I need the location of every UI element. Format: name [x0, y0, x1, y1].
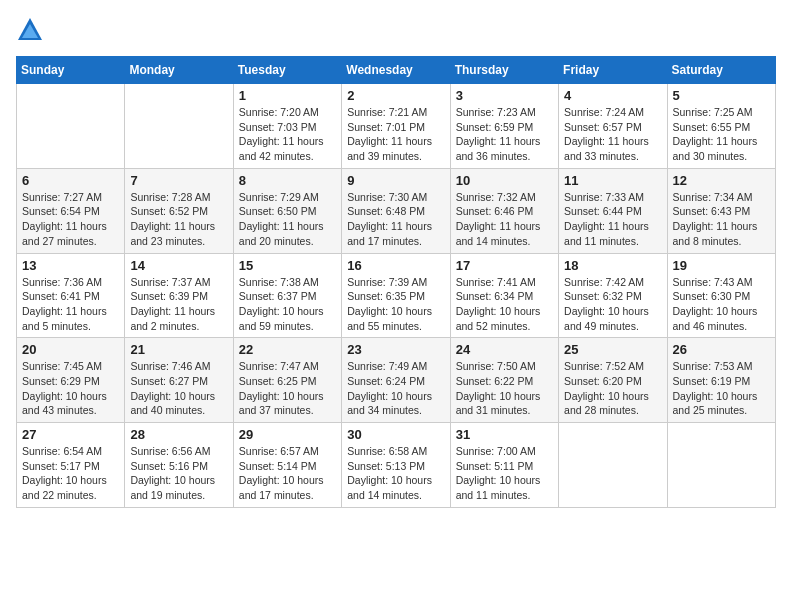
day-info: Sunrise: 6:56 AMSunset: 5:16 PMDaylight:… [130, 444, 227, 503]
day-info: Sunrise: 7:37 AMSunset: 6:39 PMDaylight:… [130, 275, 227, 334]
logo [16, 16, 48, 44]
day-number: 30 [347, 427, 444, 442]
day-number: 10 [456, 173, 553, 188]
day-number: 12 [673, 173, 770, 188]
day-cell: 10Sunrise: 7:32 AMSunset: 6:46 PMDayligh… [450, 168, 558, 253]
day-number: 21 [130, 342, 227, 357]
weekday-header-tuesday: Tuesday [233, 57, 341, 84]
day-number: 4 [564, 88, 661, 103]
day-number: 26 [673, 342, 770, 357]
day-number: 8 [239, 173, 336, 188]
day-number: 19 [673, 258, 770, 273]
day-info: Sunrise: 7:41 AMSunset: 6:34 PMDaylight:… [456, 275, 553, 334]
day-number: 23 [347, 342, 444, 357]
day-cell: 22Sunrise: 7:47 AMSunset: 6:25 PMDayligh… [233, 338, 341, 423]
day-info: Sunrise: 7:42 AMSunset: 6:32 PMDaylight:… [564, 275, 661, 334]
day-cell: 24Sunrise: 7:50 AMSunset: 6:22 PMDayligh… [450, 338, 558, 423]
day-info: Sunrise: 7:24 AMSunset: 6:57 PMDaylight:… [564, 105, 661, 164]
day-cell: 23Sunrise: 7:49 AMSunset: 6:24 PMDayligh… [342, 338, 450, 423]
day-cell: 12Sunrise: 7:34 AMSunset: 6:43 PMDayligh… [667, 168, 775, 253]
day-cell: 14Sunrise: 7:37 AMSunset: 6:39 PMDayligh… [125, 253, 233, 338]
week-row-3: 13Sunrise: 7:36 AMSunset: 6:41 PMDayligh… [17, 253, 776, 338]
day-cell: 21Sunrise: 7:46 AMSunset: 6:27 PMDayligh… [125, 338, 233, 423]
week-row-5: 27Sunrise: 6:54 AMSunset: 5:17 PMDayligh… [17, 423, 776, 508]
day-cell: 25Sunrise: 7:52 AMSunset: 6:20 PMDayligh… [559, 338, 667, 423]
day-number: 25 [564, 342, 661, 357]
day-info: Sunrise: 6:58 AMSunset: 5:13 PMDaylight:… [347, 444, 444, 503]
day-cell: 4Sunrise: 7:24 AMSunset: 6:57 PMDaylight… [559, 84, 667, 169]
day-info: Sunrise: 7:39 AMSunset: 6:35 PMDaylight:… [347, 275, 444, 334]
day-cell: 7Sunrise: 7:28 AMSunset: 6:52 PMDaylight… [125, 168, 233, 253]
day-number: 17 [456, 258, 553, 273]
day-cell: 26Sunrise: 7:53 AMSunset: 6:19 PMDayligh… [667, 338, 775, 423]
day-info: Sunrise: 7:30 AMSunset: 6:48 PMDaylight:… [347, 190, 444, 249]
day-cell: 28Sunrise: 6:56 AMSunset: 5:16 PMDayligh… [125, 423, 233, 508]
calendar-table: SundayMondayTuesdayWednesdayThursdayFrid… [16, 56, 776, 508]
day-cell: 9Sunrise: 7:30 AMSunset: 6:48 PMDaylight… [342, 168, 450, 253]
day-number: 27 [22, 427, 119, 442]
day-cell: 13Sunrise: 7:36 AMSunset: 6:41 PMDayligh… [17, 253, 125, 338]
day-info: Sunrise: 7:53 AMSunset: 6:19 PMDaylight:… [673, 359, 770, 418]
day-cell: 8Sunrise: 7:29 AMSunset: 6:50 PMDaylight… [233, 168, 341, 253]
day-number: 3 [456, 88, 553, 103]
day-info: Sunrise: 7:00 AMSunset: 5:11 PMDaylight:… [456, 444, 553, 503]
week-row-2: 6Sunrise: 7:27 AMSunset: 6:54 PMDaylight… [17, 168, 776, 253]
day-info: Sunrise: 7:29 AMSunset: 6:50 PMDaylight:… [239, 190, 336, 249]
weekday-header-friday: Friday [559, 57, 667, 84]
day-cell: 30Sunrise: 6:58 AMSunset: 5:13 PMDayligh… [342, 423, 450, 508]
day-info: Sunrise: 7:21 AMSunset: 7:01 PMDaylight:… [347, 105, 444, 164]
day-number: 1 [239, 88, 336, 103]
day-info: Sunrise: 7:25 AMSunset: 6:55 PMDaylight:… [673, 105, 770, 164]
day-cell: 3Sunrise: 7:23 AMSunset: 6:59 PMDaylight… [450, 84, 558, 169]
day-info: Sunrise: 7:43 AMSunset: 6:30 PMDaylight:… [673, 275, 770, 334]
day-cell: 6Sunrise: 7:27 AMSunset: 6:54 PMDaylight… [17, 168, 125, 253]
day-cell: 5Sunrise: 7:25 AMSunset: 6:55 PMDaylight… [667, 84, 775, 169]
day-number: 24 [456, 342, 553, 357]
day-cell: 19Sunrise: 7:43 AMSunset: 6:30 PMDayligh… [667, 253, 775, 338]
day-info: Sunrise: 7:52 AMSunset: 6:20 PMDaylight:… [564, 359, 661, 418]
week-row-1: 1Sunrise: 7:20 AMSunset: 7:03 PMDaylight… [17, 84, 776, 169]
day-cell: 31Sunrise: 7:00 AMSunset: 5:11 PMDayligh… [450, 423, 558, 508]
day-number: 20 [22, 342, 119, 357]
day-info: Sunrise: 7:27 AMSunset: 6:54 PMDaylight:… [22, 190, 119, 249]
day-number: 5 [673, 88, 770, 103]
day-cell: 16Sunrise: 7:39 AMSunset: 6:35 PMDayligh… [342, 253, 450, 338]
day-cell: 20Sunrise: 7:45 AMSunset: 6:29 PMDayligh… [17, 338, 125, 423]
weekday-header-wednesday: Wednesday [342, 57, 450, 84]
day-number: 9 [347, 173, 444, 188]
day-number: 29 [239, 427, 336, 442]
weekday-header-saturday: Saturday [667, 57, 775, 84]
day-info: Sunrise: 6:54 AMSunset: 5:17 PMDaylight:… [22, 444, 119, 503]
day-cell [17, 84, 125, 169]
day-number: 11 [564, 173, 661, 188]
day-cell: 29Sunrise: 6:57 AMSunset: 5:14 PMDayligh… [233, 423, 341, 508]
day-cell: 17Sunrise: 7:41 AMSunset: 6:34 PMDayligh… [450, 253, 558, 338]
day-number: 7 [130, 173, 227, 188]
day-cell [559, 423, 667, 508]
day-info: Sunrise: 7:28 AMSunset: 6:52 PMDaylight:… [130, 190, 227, 249]
logo-icon [16, 16, 44, 44]
day-cell: 15Sunrise: 7:38 AMSunset: 6:37 PMDayligh… [233, 253, 341, 338]
day-cell: 27Sunrise: 6:54 AMSunset: 5:17 PMDayligh… [17, 423, 125, 508]
day-number: 2 [347, 88, 444, 103]
day-number: 15 [239, 258, 336, 273]
day-number: 31 [456, 427, 553, 442]
day-info: Sunrise: 7:46 AMSunset: 6:27 PMDaylight:… [130, 359, 227, 418]
day-cell [125, 84, 233, 169]
week-row-4: 20Sunrise: 7:45 AMSunset: 6:29 PMDayligh… [17, 338, 776, 423]
day-info: Sunrise: 7:50 AMSunset: 6:22 PMDaylight:… [456, 359, 553, 418]
day-cell: 18Sunrise: 7:42 AMSunset: 6:32 PMDayligh… [559, 253, 667, 338]
weekday-header-monday: Monday [125, 57, 233, 84]
weekday-header-thursday: Thursday [450, 57, 558, 84]
day-number: 18 [564, 258, 661, 273]
page-header [16, 16, 776, 44]
day-number: 28 [130, 427, 227, 442]
day-number: 14 [130, 258, 227, 273]
day-number: 13 [22, 258, 119, 273]
day-info: Sunrise: 6:57 AMSunset: 5:14 PMDaylight:… [239, 444, 336, 503]
day-info: Sunrise: 7:23 AMSunset: 6:59 PMDaylight:… [456, 105, 553, 164]
day-info: Sunrise: 7:47 AMSunset: 6:25 PMDaylight:… [239, 359, 336, 418]
day-info: Sunrise: 7:32 AMSunset: 6:46 PMDaylight:… [456, 190, 553, 249]
day-cell [667, 423, 775, 508]
day-info: Sunrise: 7:45 AMSunset: 6:29 PMDaylight:… [22, 359, 119, 418]
